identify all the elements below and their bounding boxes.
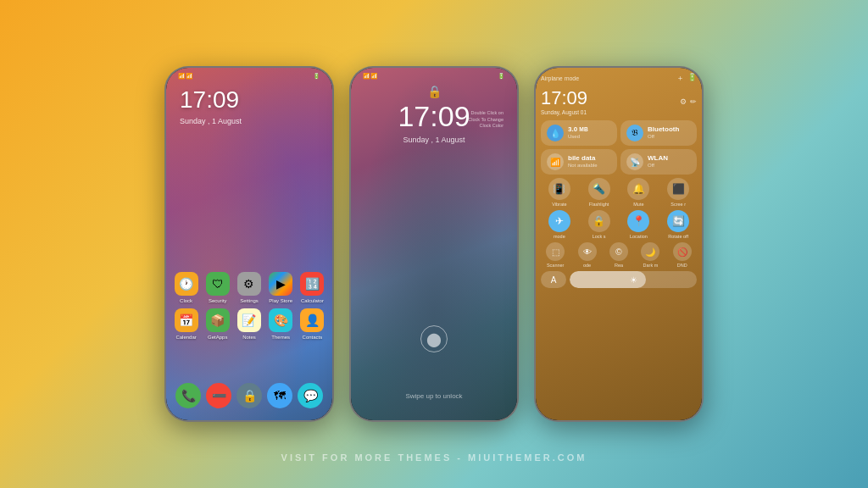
cc-date: Sunday, August 01 (541, 109, 587, 115)
airplane-icon: ✈ (548, 210, 570, 232)
swipe-unlock-text: Swipe up to unlock (351, 392, 517, 400)
fingerprint-icon[interactable]: ⬤ (420, 325, 448, 352)
app-playstore[interactable]: ▶ Play Store (268, 272, 294, 303)
mobile-status: Not available (568, 163, 598, 169)
settings-icon[interactable]: ⚙ (680, 97, 687, 106)
mobile-data-icon: 📶 (547, 153, 564, 170)
data-icon: 💧 (547, 125, 564, 141)
battery-icons: 🔋 (313, 73, 320, 80)
lock-s-icon: 🔒 (588, 210, 610, 232)
battery-icons-lock: 🔋 (498, 73, 505, 80)
mute-icon: 🔔 (627, 178, 649, 200)
data-value: 3.0 MB (568, 125, 588, 134)
rotate-icon: 🔄 (667, 210, 689, 232)
status-bar-lock: 📶📶 🔋 (351, 73, 517, 80)
home-dock: 📞 ➖ 🔒 🗺 💬 (173, 383, 326, 408)
dock-maps[interactable]: 🗺 (267, 383, 292, 408)
wlan-status: Off (648, 163, 668, 169)
cc-quick-grid-3: ⬚ Scanner 👁 ode © Rea 🌙 Dark m 🚫 DN (541, 242, 697, 268)
bluetooth-status: Off (648, 134, 679, 141)
status-bar-home: 📶📶 🔋 (166, 73, 332, 80)
dock-lock[interactable]: 🔒 (236, 383, 262, 408)
dock-phone[interactable]: 📞 (175, 383, 201, 408)
reader-icon: © (609, 242, 628, 261)
scanner-icon: ⬚ (546, 242, 565, 261)
quick-scanner[interactable]: ⬚ Scanner (541, 242, 570, 268)
app-settings[interactable]: ⚙ Settings (236, 272, 262, 303)
home-date: Sunday , 1 August (180, 117, 242, 125)
lock-date: Sunday , 1 August (351, 136, 517, 144)
app-calendar[interactable]: 📅 Calendar (173, 308, 199, 340)
brightness-icon: ☀ (630, 275, 637, 285)
cc-top-bar: Airplane mode ＋ 🔋 (541, 73, 697, 84)
plus-icon: ＋ (676, 73, 684, 84)
quick-eye[interactable]: 👁 ode (572, 242, 601, 268)
cc-bluetooth-tile[interactable]: 𝔅 Bluetooth Off (620, 120, 697, 146)
quick-flashlight[interactable]: 🔦 Flashlight (581, 178, 618, 207)
cc-tiles: 💧 3.0 MB Used 𝔅 Bluetooth Off 📶 (541, 120, 697, 175)
app-notes[interactable]: 📝 Notes (236, 308, 262, 340)
lock-padlock-icon: 🔒 (427, 85, 442, 98)
lock-hint-line2: Clock To Change (468, 117, 504, 124)
airplane-mode-label: Airplane mode (541, 75, 579, 81)
eye-icon: 👁 (578, 242, 597, 261)
vibrate-icon: 📳 (548, 178, 570, 200)
cc-bottom-bar: A ☀ (541, 271, 697, 288)
quick-vibrate[interactable]: 📳 Vibrate (541, 178, 578, 207)
quick-screen[interactable]: ⬛ Scree r (659, 178, 697, 207)
lock-hint-line1: Double Click on (468, 110, 504, 117)
app-getapps[interactable]: 📦 GetApps (204, 308, 231, 340)
lock-hint-line3: Clock Color (468, 123, 504, 130)
location-icon: 📍 (627, 210, 649, 232)
data-used-label: Used (568, 134, 588, 141)
app-security[interactable]: 🛡 Security (204, 272, 231, 303)
app-contacts[interactable]: 👤 Contacts (299, 308, 326, 340)
app-themes[interactable]: 🎨 Themes (268, 308, 294, 340)
lock-hint: Double Click on Clock To Change Clock Co… (468, 110, 504, 130)
cc-time: 17:09 (541, 87, 587, 109)
quick-rotate[interactable]: 🔄 Rotate off (659, 210, 697, 239)
app-clock[interactable]: 🕐 Clock (173, 272, 199, 303)
battery-icon: 🔋 (687, 73, 697, 84)
signal-icons: 📶📶 (178, 73, 193, 80)
cc-quick-grid-2: ✈ mode 🔒 Lock s 📍 Location 🔄 Rotate off (541, 210, 697, 239)
quick-dnd[interactable]: 🚫 DND (668, 242, 697, 268)
quick-airplane[interactable]: ✈ mode (541, 210, 578, 239)
cc-time-row: 17:09 Sunday, August 01 ⚙ ✏ (541, 87, 697, 115)
phone-home: 📶📶 🔋 17:09 Sunday , 1 August 🕐 Clock 🛡 S… (164, 66, 334, 422)
edit-icon[interactable]: ✏ (690, 97, 697, 106)
mobile-data-label: bile data (568, 154, 598, 163)
signal-icons-lock: 📶📶 (363, 73, 378, 80)
quick-lock-s[interactable]: 🔒 Lock s (581, 210, 618, 239)
cc-quick-grid-1: 📳 Vibrate 🔦 Flashlight 🔔 Mute ⬛ Scree r (541, 178, 697, 207)
app-grid-row1: 🕐 Clock 🛡 Security ⚙ Settings ▶ Play Sto… (173, 272, 326, 340)
darkmode-icon: 🌙 (641, 242, 659, 261)
quick-mute[interactable]: 🔔 Mute (620, 178, 658, 207)
home-time: 17:09 (180, 86, 239, 114)
quick-reader[interactable]: © Rea (604, 242, 633, 268)
flashlight-icon: 🔦 (588, 178, 610, 200)
cc-settings-icons: ⚙ ✏ (680, 97, 697, 106)
quick-darkmode[interactable]: 🌙 Dark m (636, 242, 665, 268)
dnd-icon: 🚫 (673, 242, 692, 261)
wlan-icon: 📡 (626, 153, 643, 170)
dock-messages[interactable]: 💬 (298, 383, 323, 408)
cc-brightness-slider[interactable]: ☀ (570, 271, 697, 288)
cc-mobile-data-tile[interactable]: 📶 bile data Not available (541, 149, 617, 175)
cc-wlan-tile[interactable]: 📡 WLAN Off (620, 149, 697, 175)
app-calculator[interactable]: 🔢 Calculator (299, 272, 326, 303)
cc-search-box[interactable]: A (541, 271, 566, 288)
phone-lock: 📶📶 🔋 🔒 17:09 Double Click on Clock To Ch… (349, 66, 519, 422)
quick-location[interactable]: 📍 Location (620, 210, 658, 239)
cc-data-tile[interactable]: 💧 3.0 MB Used (541, 120, 617, 146)
cc-top-icons: ＋ 🔋 (676, 73, 697, 84)
bluetooth-label: Bluetooth (648, 125, 679, 134)
watermark-text: VISIT FOR MORE THEMES - MIUITHEMER.COM (281, 452, 587, 463)
wlan-label: WLAN (648, 154, 668, 163)
bluetooth-icon: 𝔅 (626, 125, 643, 141)
screen-icon: ⬛ (667, 178, 689, 200)
dock-minus[interactable]: ➖ (206, 383, 231, 408)
phone-control-center: Airplane mode ＋ 🔋 17:09 Sunday, August 0… (534, 66, 704, 422)
